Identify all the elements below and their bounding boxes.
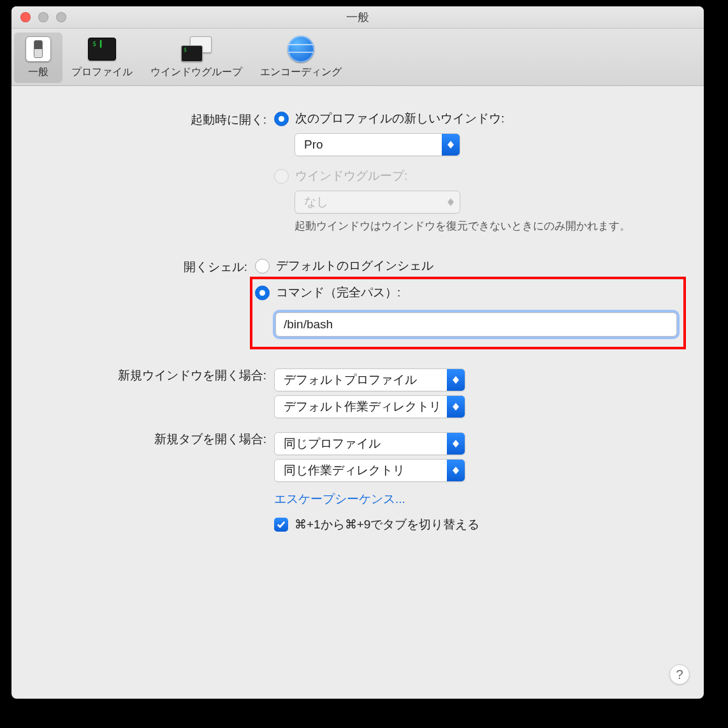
tab-label: プロファイル	[71, 66, 133, 79]
new-window-label: 新規ウインドウを開く場合:	[37, 365, 274, 384]
command-path-input[interactable]	[275, 312, 677, 337]
new-window-profile-select[interactable]: デフォルトプロファイル	[274, 368, 465, 391]
select-value: 同じ作業ディレクトリ	[284, 462, 405, 479]
preferences-window: 一般 一般 $ ▍ プロファイル ウインドウグループ エンコーディング 起動時に…	[11, 6, 704, 699]
radio-default-login-shell[interactable]	[255, 259, 270, 273]
help-button[interactable]: ?	[669, 664, 690, 685]
radio-label: 次のプロファイルの新しいウインドウ:	[295, 110, 504, 127]
chevron-updown-icon	[442, 134, 460, 156]
radio-window-group[interactable]	[274, 169, 289, 184]
new-tab-profile-select[interactable]: 同じプロファイル	[274, 432, 465, 455]
select-value: デフォルトプロファイル	[284, 372, 417, 388]
tab-label: エンコーディング	[260, 66, 342, 79]
tab-general[interactable]: 一般	[14, 33, 62, 83]
tab-encoding[interactable]: エンコーディング	[251, 33, 351, 83]
chevron-updown-icon	[447, 396, 465, 418]
general-icon	[23, 35, 54, 63]
tab-window-groups[interactable]: ウインドウグループ	[142, 33, 251, 83]
radio-label: デフォルトのログインシェル	[276, 258, 433, 274]
checkbox-label: ⌘+1から⌘+9でタブを切り替える	[295, 516, 479, 533]
select-value: デフォルト作業ディレクトリ	[284, 398, 441, 415]
tab-label: ウインドウグループ	[150, 66, 242, 79]
open-shell-label: 開くシェル:	[37, 256, 255, 275]
chevron-updown-icon	[442, 191, 460, 213]
content: 起動時に開く: 次のプロファイルの新しいウインドウ: Pro	[11, 86, 704, 565]
profile-icon: $ ▍	[87, 35, 117, 63]
tab-profiles[interactable]: $ ▍ プロファイル	[62, 33, 142, 83]
question-icon: ?	[676, 667, 683, 682]
new-tab-dir-select[interactable]: 同じ作業ディレクトリ	[274, 459, 465, 482]
titlebar: 一般	[11, 6, 704, 29]
select-value: 同じプロファイル	[284, 435, 381, 452]
startup-hint: 起動ウインドウはウインドウを復元できないときにのみ開かれます。	[295, 219, 678, 233]
command-highlight-box: コマンド（完全パス）:	[250, 277, 686, 349]
profile-select[interactable]: Pro	[295, 133, 460, 156]
toolbar: 一般 $ ▍ プロファイル ウインドウグループ エンコーディング	[11, 29, 704, 86]
radio-new-window-profile[interactable]	[274, 112, 289, 126]
globe-icon	[286, 35, 316, 63]
radio-command-path[interactable]	[255, 286, 270, 300]
chevron-updown-icon	[447, 433, 465, 455]
chevron-updown-icon	[447, 369, 465, 391]
escape-sequences-link[interactable]: エスケープシーケンス...	[274, 492, 405, 506]
new-window-dir-select[interactable]: デフォルト作業ディレクトリ	[274, 395, 465, 418]
on-startup-label: 起動時に開く:	[37, 109, 274, 128]
select-value: なし	[304, 194, 328, 210]
window-group-select: なし	[295, 191, 460, 214]
new-tab-label: 新規タブを開く場合:	[37, 428, 274, 448]
radio-label: ウインドウグループ:	[295, 168, 407, 184]
window-groups-icon	[181, 35, 212, 63]
select-value: Pro	[304, 138, 323, 152]
chevron-updown-icon	[447, 460, 465, 481]
tab-label: 一般	[28, 66, 48, 79]
window-title: 一般	[11, 10, 704, 25]
switch-tabs-checkbox[interactable]	[274, 518, 288, 532]
radio-label: コマンド（完全パス）:	[276, 284, 400, 301]
